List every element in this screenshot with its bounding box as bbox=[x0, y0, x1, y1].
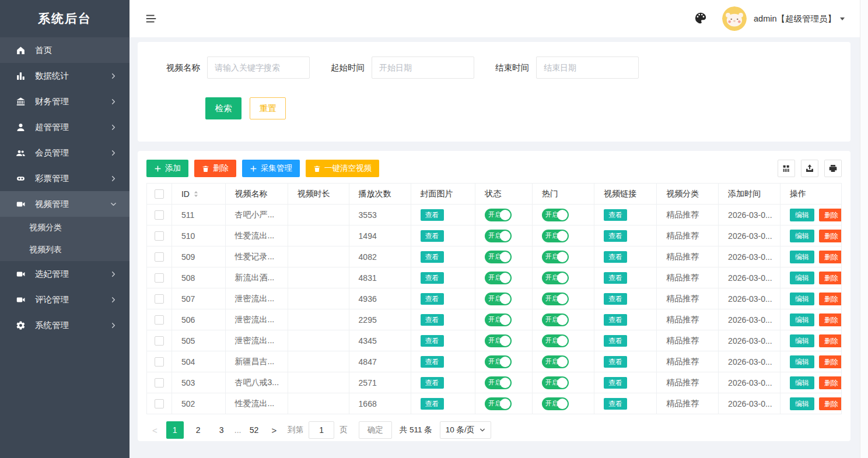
avatar[interactable] bbox=[722, 6, 747, 31]
hot-toggle[interactable]: 开启 bbox=[542, 230, 569, 242]
view-cover-badge[interactable]: 查看 bbox=[421, 251, 444, 263]
jump-page-input[interactable] bbox=[309, 421, 334, 439]
row-checkbox[interactable] bbox=[155, 378, 164, 387]
view-link-badge[interactable]: 查看 bbox=[604, 272, 627, 284]
toolbar-button[interactable]: 添加 bbox=[146, 160, 188, 177]
page-number[interactable]: 1 bbox=[166, 421, 184, 439]
hot-toggle[interactable]: 开启 bbox=[542, 209, 569, 221]
hot-toggle[interactable]: 开启 bbox=[542, 334, 569, 347]
status-toggle[interactable]: 开启 bbox=[485, 376, 512, 389]
delete-button[interactable]: 删除 bbox=[819, 293, 841, 305]
status-toggle[interactable]: 开启 bbox=[485, 209, 512, 221]
delete-button[interactable]: 删除 bbox=[819, 251, 841, 263]
row-checkbox[interactable] bbox=[155, 231, 164, 241]
export-button[interactable] bbox=[801, 160, 818, 177]
sidebar-subitem[interactable]: 视频列表 bbox=[0, 239, 130, 261]
view-link-badge[interactable]: 查看 bbox=[604, 230, 627, 242]
sidebar-item[interactable]: 会员管理 bbox=[0, 140, 130, 165]
view-link-badge[interactable]: 查看 bbox=[604, 398, 627, 410]
sort-icon[interactable] bbox=[193, 190, 199, 198]
edit-button[interactable]: 编辑 bbox=[790, 272, 814, 284]
scrollbar[interactable] bbox=[860, 0, 868, 458]
search-button[interactable]: 检索 bbox=[205, 97, 242, 119]
status-toggle[interactable]: 开启 bbox=[485, 293, 512, 305]
row-checkbox[interactable] bbox=[155, 357, 164, 367]
sidebar-item[interactable]: 选妃管理 bbox=[0, 261, 130, 287]
view-link-badge[interactable]: 查看 bbox=[604, 209, 627, 221]
sidebar-item[interactable]: 超管管理 bbox=[0, 114, 130, 140]
view-cover-badge[interactable]: 查看 bbox=[421, 230, 444, 242]
delete-button[interactable]: 删除 bbox=[819, 376, 841, 389]
sidebar-subitem[interactable]: 视频分类 bbox=[0, 217, 130, 239]
view-link-badge[interactable]: 查看 bbox=[604, 377, 627, 389]
row-checkbox[interactable] bbox=[155, 252, 164, 262]
status-toggle[interactable]: 开启 bbox=[485, 397, 512, 410]
prev-page-arrow[interactable]: < bbox=[146, 425, 163, 435]
status-toggle[interactable]: 开启 bbox=[485, 272, 512, 284]
edit-button[interactable]: 编辑 bbox=[790, 355, 814, 368]
hamburger-icon[interactable] bbox=[145, 12, 158, 25]
username[interactable]: admin【超级管理员】 bbox=[754, 13, 836, 24]
page-number[interactable]: 3 bbox=[213, 421, 230, 439]
filter-columns-button[interactable] bbox=[778, 160, 795, 177]
view-cover-badge[interactable]: 查看 bbox=[421, 272, 444, 284]
view-cover-badge[interactable]: 查看 bbox=[421, 377, 444, 389]
edit-button[interactable]: 编辑 bbox=[790, 293, 814, 305]
toolbar-button[interactable]: 采集管理 bbox=[242, 160, 300, 177]
view-link-badge[interactable]: 查看 bbox=[604, 356, 627, 368]
view-cover-badge[interactable]: 查看 bbox=[421, 293, 444, 305]
delete-button[interactable]: 删除 bbox=[819, 355, 841, 368]
palette-icon[interactable] bbox=[694, 12, 708, 26]
status-toggle[interactable]: 开启 bbox=[485, 355, 512, 368]
toolbar-button[interactable]: 一键清空视频 bbox=[306, 160, 379, 177]
hot-toggle[interactable]: 开启 bbox=[542, 397, 569, 410]
delete-button[interactable]: 删除 bbox=[819, 397, 841, 410]
view-cover-badge[interactable]: 查看 bbox=[421, 209, 444, 221]
view-link-badge[interactable]: 查看 bbox=[604, 335, 627, 347]
delete-button[interactable]: 删除 bbox=[819, 334, 841, 347]
sidebar-item[interactable]: 数据统计 bbox=[0, 63, 130, 89]
delete-button[interactable]: 删除 bbox=[819, 209, 841, 221]
page-number[interactable]: 52 bbox=[245, 421, 262, 439]
next-page-arrow[interactable]: > bbox=[265, 425, 282, 435]
search-field-input[interactable] bbox=[207, 57, 310, 79]
search-field-input[interactable] bbox=[536, 57, 639, 79]
confirm-button[interactable]: 确定 bbox=[359, 421, 392, 439]
edit-button[interactable]: 编辑 bbox=[790, 376, 814, 389]
view-cover-badge[interactable]: 查看 bbox=[421, 335, 444, 347]
reset-button[interactable]: 重置 bbox=[250, 97, 286, 119]
row-checkbox[interactable] bbox=[155, 294, 164, 304]
sidebar-item[interactable]: 财务管理 bbox=[0, 89, 130, 114]
row-checkbox[interactable] bbox=[155, 273, 164, 283]
sidebar-item[interactable]: 视频管理 bbox=[0, 191, 130, 217]
delete-button[interactable]: 删除 bbox=[819, 272, 841, 284]
view-link-badge[interactable]: 查看 bbox=[604, 314, 627, 326]
hot-toggle[interactable]: 开启 bbox=[542, 251, 569, 263]
view-link-badge[interactable]: 查看 bbox=[604, 251, 627, 263]
search-field-input[interactable] bbox=[372, 57, 474, 79]
status-toggle[interactable]: 开启 bbox=[485, 313, 512, 326]
edit-button[interactable]: 编辑 bbox=[790, 313, 814, 326]
page-number[interactable]: 2 bbox=[190, 421, 207, 439]
toolbar-button[interactable]: 删除 bbox=[194, 160, 236, 177]
print-button[interactable] bbox=[824, 160, 842, 177]
row-checkbox[interactable] bbox=[155, 336, 164, 346]
hot-toggle[interactable]: 开启 bbox=[542, 272, 569, 284]
status-toggle[interactable]: 开启 bbox=[485, 334, 512, 347]
delete-button[interactable]: 删除 bbox=[819, 313, 841, 326]
sidebar-item[interactable]: 首页 bbox=[0, 37, 130, 63]
edit-button[interactable]: 编辑 bbox=[790, 251, 814, 263]
hot-toggle[interactable]: 开启 bbox=[542, 355, 569, 368]
hot-toggle[interactable]: 开启 bbox=[542, 293, 569, 305]
hot-toggle[interactable]: 开启 bbox=[542, 376, 569, 389]
edit-button[interactable]: 编辑 bbox=[790, 397, 814, 410]
hot-toggle[interactable]: 开启 bbox=[542, 313, 569, 326]
view-cover-badge[interactable]: 查看 bbox=[421, 356, 444, 368]
sidebar-item[interactable]: 评论管理 bbox=[0, 287, 130, 312]
row-checkbox[interactable] bbox=[155, 399, 164, 408]
edit-button[interactable]: 编辑 bbox=[790, 334, 814, 347]
sidebar-item[interactable]: 彩票管理 bbox=[0, 165, 130, 191]
edit-button[interactable]: 编辑 bbox=[790, 230, 814, 242]
row-checkbox[interactable] bbox=[155, 315, 164, 325]
delete-button[interactable]: 删除 bbox=[819, 230, 841, 242]
